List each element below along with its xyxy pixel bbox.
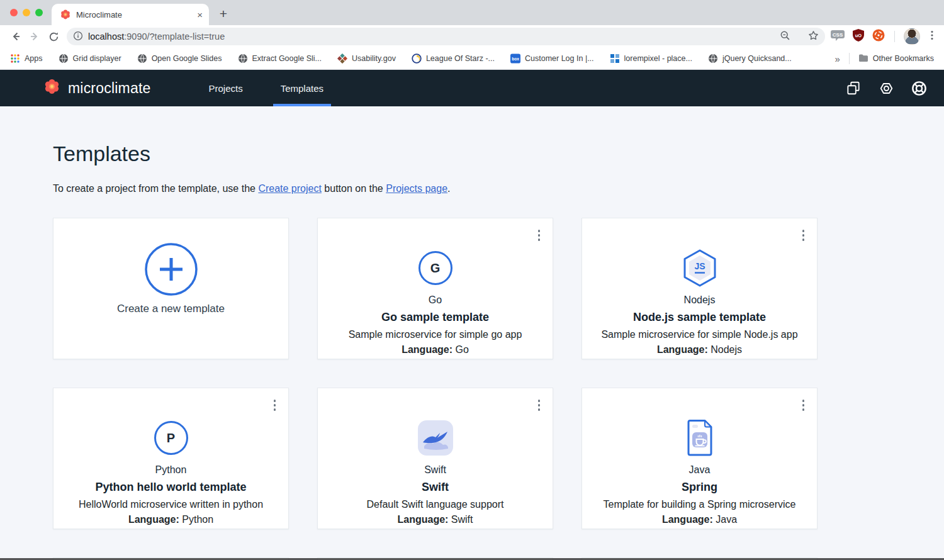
template-card-swift[interactable]: SwiftSwiftDefault Swift language support… [317, 388, 553, 529]
copy-icon[interactable] [845, 79, 862, 97]
browser-toolbar: localhost:9090/?template-list=true CSS u… [0, 25, 944, 48]
card-title: Spring [682, 481, 717, 494]
card-overflow-menu-icon[interactable] [536, 227, 543, 244]
window-controls [10, 9, 43, 16]
intro-text: To create a project from the template, u… [53, 182, 891, 195]
card-language: Language: Nodejs [657, 344, 742, 356]
browser-window: Microclimate × + localhost:9090/?templat… [0, 0, 944, 70]
close-window-button[interactable] [10, 9, 18, 16]
box-icon: box [510, 53, 520, 64]
app-header: microclimate Projects Templates [0, 70, 944, 106]
microclimate-logo-icon [44, 79, 60, 98]
card-language-name: Swift [424, 464, 446, 476]
nav-item-templates[interactable]: Templates [262, 70, 342, 106]
browser-menu-icon[interactable] [926, 30, 938, 43]
bookmarks-bar: AppsGrid displayerOpen Google SlidesExtr… [0, 48, 944, 70]
profile-avatar[interactable] [904, 28, 920, 45]
other-bookmarks-button[interactable]: Other Bookmarks [858, 53, 934, 64]
browser-tab[interactable]: Microclimate × [52, 4, 209, 25]
template-card-node-js-sample-template[interactable]: JSNodejsNode.js sample templateSample mi… [582, 218, 818, 359]
card-overflow-menu-icon[interactable] [800, 397, 807, 413]
card-overflow-menu-icon[interactable] [800, 227, 807, 244]
page-content: Templates To create a project from the t… [0, 106, 944, 560]
bookmark-league-of-starz[interactable]: League Of Starz -... [412, 53, 495, 64]
bookmark-star-icon[interactable] [808, 30, 819, 43]
card-language: Language: Python [128, 514, 213, 525]
bookmark-grid-displayer[interactable]: Grid displayer [59, 53, 121, 64]
card-language: Language: Java [662, 514, 737, 525]
css-extension-icon[interactable]: CSS [830, 28, 845, 45]
card-language: Language: Go [402, 344, 469, 356]
league-icon [412, 53, 422, 64]
card-language-name: Nodejs [684, 294, 716, 306]
card-title: Go sample template [381, 311, 489, 324]
card-overflow-menu-icon[interactable] [271, 397, 279, 413]
bookmark-jquery-quicksand[interactable]: jQuery Quicksand... [708, 53, 792, 64]
settings-icon[interactable] [877, 79, 895, 97]
zoom-window-button[interactable] [35, 9, 43, 16]
create-template-card[interactable]: Create a new template [53, 218, 289, 359]
forward-icon[interactable] [25, 27, 44, 46]
plus-circle-icon [143, 251, 199, 288]
brand-name: microclimate [68, 80, 150, 97]
java-doc-icon [684, 420, 716, 456]
microclimate-favicon-icon [60, 9, 70, 20]
reload-icon[interactable] [44, 27, 63, 46]
template-card-spring[interactable]: JavaSpringTemplate for building a Spring… [582, 388, 818, 529]
globe-icon [137, 53, 147, 64]
create-template-label: Create a new template [117, 303, 225, 315]
info-icon[interactable] [73, 31, 83, 43]
hexagon-js-icon: JS [682, 250, 718, 286]
card-title: Swift [422, 481, 449, 494]
bookmark-open-google-slides[interactable]: Open Google Slides [137, 53, 222, 64]
bookmark-label: Customer Log In |... [525, 54, 594, 63]
card-language-name: Python [155, 464, 187, 476]
globe-icon [708, 53, 718, 64]
minimize-window-button[interactable] [23, 9, 30, 16]
new-tab-button[interactable]: + [214, 4, 233, 23]
card-title: Node.js sample template [633, 311, 766, 324]
help-icon[interactable] [910, 79, 928, 97]
swift-bird-icon [418, 420, 453, 456]
bookmark-label: jQuery Quicksand... [722, 54, 792, 63]
svg-text:uO: uO [855, 33, 862, 38]
template-card-python-hello-world-template[interactable]: PPythonPython hello world templateHelloW… [53, 388, 289, 529]
bookmark-label: Apps [25, 54, 43, 63]
orange-extension-icon[interactable] [872, 28, 885, 45]
card-language-name: Java [689, 464, 711, 476]
card-description: Template for building a Spring microserv… [604, 499, 796, 510]
card-overflow-menu-icon[interactable] [536, 397, 543, 413]
circle-letter-icon: G [419, 250, 452, 286]
svg-text:CSS: CSS [833, 32, 843, 38]
bookmark-lorempixel-place[interactable]: lorempixel - place... [610, 53, 692, 64]
header-icons [845, 70, 928, 106]
bookmark-apps[interactable]: Apps [10, 53, 43, 64]
bookmark-usability-gov[interactable]: Usability.gov [337, 53, 396, 64]
brand[interactable]: microclimate [44, 70, 150, 106]
ublock-extension-icon[interactable]: uO [851, 28, 865, 45]
template-card-go-sample-template[interactable]: GGoGo sample templateSample microservice… [317, 218, 553, 359]
bookmark-extract-google-sli[interactable]: Extract Google Sli... [238, 53, 322, 64]
page-title: Templates [53, 142, 891, 166]
main-nav: Projects Templates [189, 70, 342, 106]
bookmark-label: League Of Starz -... [426, 54, 495, 63]
url-text: localhost:9090/?template-list=true [88, 31, 225, 42]
bookmarks-overflow-icon[interactable]: » [834, 53, 840, 64]
globe-icon [59, 53, 69, 64]
nav-item-projects[interactable]: Projects [189, 70, 261, 106]
bookmark-label: Usability.gov [352, 54, 396, 63]
create-project-link[interactable]: Create project [258, 183, 322, 194]
bookmark-label: Grid displayer [73, 54, 121, 63]
back-icon[interactable] [6, 27, 25, 46]
svg-text:box: box [512, 57, 519, 61]
projects-page-link[interactable]: Projects page [386, 183, 447, 194]
tab-close-icon[interactable]: × [197, 10, 203, 20]
zoom-page-icon[interactable] [780, 30, 790, 43]
bookmark-customer-log-in[interactable]: boxCustomer Log In |... [510, 53, 594, 64]
apps-grid-icon [10, 53, 20, 64]
folder-icon [858, 53, 868, 64]
pixels-icon [610, 53, 620, 64]
tab-title: Microclimate [76, 10, 122, 20]
card-language-name: Go [429, 294, 442, 306]
url-bar[interactable]: localhost:9090/?template-list=true [67, 28, 825, 45]
